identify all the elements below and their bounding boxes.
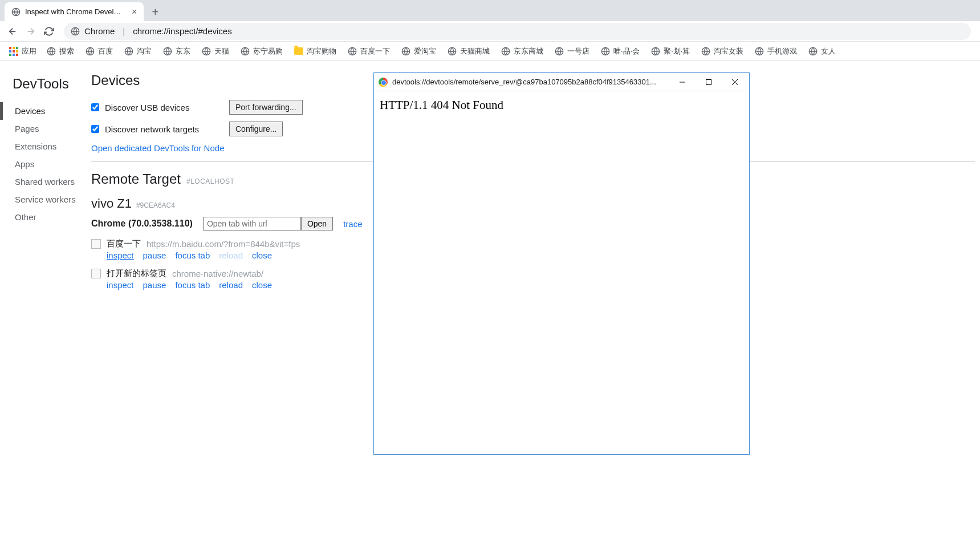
sidebar-item-extensions[interactable]: Extensions <box>0 138 86 155</box>
sidebar-item-devices[interactable]: Devices <box>0 102 86 120</box>
target-favicon-placeholder <box>91 239 101 249</box>
discover-usb-option[interactable]: Discover USB devices <box>91 103 222 112</box>
minimize-button[interactable] <box>669 74 696 91</box>
globe-icon <box>755 47 764 56</box>
popup-url: devtools://devtools/remote/serve_rev/@ca… <box>392 78 665 86</box>
bookmark-label: 百度一下 <box>360 46 390 56</box>
globe-icon <box>701 47 710 56</box>
folder-icon <box>294 47 303 55</box>
back-button[interactable] <box>5 23 21 39</box>
sidebar-item-service-workers[interactable]: Service workers <box>0 191 86 208</box>
bookmark-label: 天猫商城 <box>460 46 490 56</box>
bookmark-item[interactable]: 淘宝购物 <box>288 44 342 59</box>
focus-link[interactable]: focus tab <box>175 280 210 290</box>
bookmark-item[interactable]: 天猫 <box>196 44 235 59</box>
target-url: chrome-native://newtab/ <box>172 269 263 278</box>
bookmark-item[interactable]: 百度 <box>80 44 119 59</box>
sidebar-item-apps[interactable]: Apps <box>0 155 86 173</box>
trace-link[interactable]: trace <box>343 219 362 229</box>
globe-icon <box>651 47 660 56</box>
pause-link[interactable]: pause <box>143 280 166 290</box>
maximize-button[interactable] <box>696 74 722 91</box>
bookmark-label: 女人 <box>821 46 836 56</box>
bookmark-item[interactable]: 淘宝女装 <box>696 44 749 59</box>
discover-network-checkbox[interactable] <box>91 125 99 133</box>
globe-icon <box>555 47 564 56</box>
bookmark-label: 淘宝女装 <box>714 46 743 56</box>
configure-button[interactable]: Configure... <box>229 122 283 136</box>
globe-icon <box>448 47 457 56</box>
browser-tab[interactable]: Inspect with Chrome Develope × <box>5 2 144 21</box>
globe-icon <box>124 47 133 56</box>
bookmark-item[interactable]: 苏宁易购 <box>235 44 288 59</box>
bookmarks-bar: 应用 搜索百度淘宝京东天猫苏宁易购淘宝购物百度一下爱淘宝天猫商城京东商城一号店唯… <box>0 42 980 61</box>
bookmark-label: 百度 <box>98 46 113 56</box>
discover-network-option[interactable]: Discover network targets <box>91 124 222 134</box>
devtools-popup-window: devtools://devtools/remote/serve_rev/@ca… <box>373 72 750 455</box>
bookmark-item[interactable]: 爱淘宝 <box>396 44 442 59</box>
globe-icon <box>808 47 818 56</box>
globe-icon <box>163 47 172 56</box>
apps-label: 应用 <box>22 46 36 56</box>
open-button[interactable]: Open <box>301 217 333 231</box>
sidebar-item-other[interactable]: Other <box>0 208 86 226</box>
bookmark-label: 苏宁易购 <box>253 46 283 56</box>
bookmark-item[interactable]: 京东商城 <box>495 44 549 59</box>
bookmark-item[interactable]: 手机游戏 <box>749 44 803 59</box>
bookmark-item[interactable]: 淘宝 <box>119 44 157 59</box>
bookmark-label: 淘宝 <box>137 46 152 56</box>
reload-button[interactable] <box>41 23 57 39</box>
bookmark-item[interactable]: 一号店 <box>549 44 595 59</box>
open-tab-input[interactable] <box>203 217 301 231</box>
close-link[interactable]: close <box>252 250 272 260</box>
globe-icon <box>11 7 21 17</box>
new-tab-button[interactable]: + <box>147 4 163 20</box>
svg-rect-18 <box>706 79 711 84</box>
bookmark-item[interactable]: 搜索 <box>41 44 80 59</box>
node-devtools-link[interactable]: Open dedicated DevTools for Node <box>91 143 224 153</box>
popup-titlebar[interactable]: devtools://devtools/remote/serve_rev/@ca… <box>374 73 749 91</box>
forward-button[interactable] <box>23 23 39 39</box>
sidebar-item-shared-workers[interactable]: Shared workers <box>0 173 86 191</box>
url-text: chrome://inspect/#devices <box>133 26 231 36</box>
sidebar-title: DevTools <box>0 72 86 102</box>
remote-hash: #LOCALHOST <box>186 177 234 185</box>
toolbar: Chrome | chrome://inspect/#devices <box>0 21 980 42</box>
site-icon <box>71 27 80 36</box>
pause-link[interactable]: pause <box>143 250 166 260</box>
reload-link: reload <box>219 250 243 260</box>
url-host: Chrome <box>84 26 115 36</box>
bookmark-label: 京东 <box>176 46 190 56</box>
bookmark-item[interactable]: 女人 <box>803 44 841 59</box>
reload-link[interactable]: reload <box>219 280 243 290</box>
sidebar-item-pages[interactable]: Pages <box>0 120 86 138</box>
close-icon[interactable]: × <box>129 6 139 18</box>
inspect-link[interactable]: inspect <box>107 280 134 290</box>
device-hash: #9CEA6AC4 <box>136 201 175 209</box>
bookmark-item[interactable]: 唯·品·会 <box>595 44 645 59</box>
bookmark-label: 搜索 <box>59 46 74 56</box>
port-forwarding-button[interactable]: Port forwarding... <box>229 100 303 115</box>
bookmark-item[interactable]: 京东 <box>157 44 196 59</box>
chrome-version-label: Chrome (70.0.3538.110) <box>91 219 193 229</box>
bookmark-item[interactable]: 百度一下 <box>342 44 396 59</box>
close-link[interactable]: close <box>252 280 272 290</box>
bookmark-item[interactable]: 聚·划·算 <box>645 44 696 59</box>
bookmark-label: 聚·划·算 <box>664 46 690 56</box>
address-bar[interactable]: Chrome | chrome://inspect/#devices <box>64 23 971 40</box>
close-window-button[interactable] <box>722 74 748 91</box>
inspect-link[interactable]: inspect <box>107 250 134 260</box>
globe-icon <box>601 47 610 56</box>
focus-link[interactable]: focus tab <box>175 250 210 260</box>
discover-usb-checkbox[interactable] <box>91 103 99 111</box>
popup-body: HTTP/1.1 404 Not Found <box>374 91 749 454</box>
chrome-logo-icon <box>379 78 388 87</box>
target-name: 百度一下 <box>107 238 141 249</box>
bookmark-label: 京东商城 <box>514 46 543 56</box>
page-content: DevTools DevicesPagesExtensionsAppsShare… <box>0 61 980 554</box>
globe-icon <box>86 47 95 56</box>
bookmark-label: 唯·品·会 <box>613 46 640 56</box>
bookmark-item[interactable]: 天猫商城 <box>442 44 495 59</box>
apps-button[interactable]: 应用 <box>5 44 41 59</box>
discover-network-label: Discover network targets <box>105 124 199 134</box>
